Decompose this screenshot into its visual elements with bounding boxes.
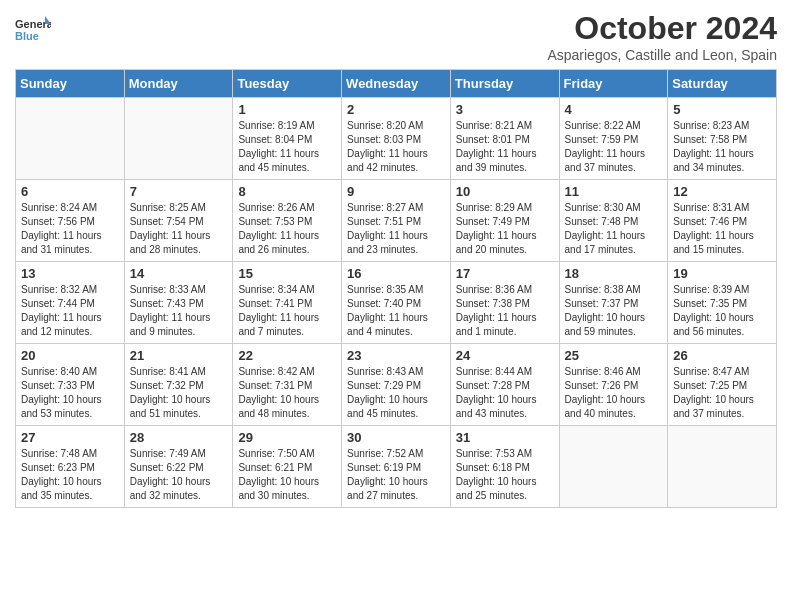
day-info: Sunrise: 8:30 AMSunset: 7:48 PMDaylight:…: [565, 201, 663, 257]
calendar-cell: 28Sunrise: 7:49 AMSunset: 6:22 PMDayligh…: [124, 426, 233, 508]
day-info: Sunrise: 7:53 AMSunset: 6:18 PMDaylight:…: [456, 447, 554, 503]
day-number: 1: [238, 102, 336, 117]
calendar-cell: 17Sunrise: 8:36 AMSunset: 7:38 PMDayligh…: [450, 262, 559, 344]
week-row-5: 27Sunrise: 7:48 AMSunset: 6:23 PMDayligh…: [16, 426, 777, 508]
calendar-cell: 9Sunrise: 8:27 AMSunset: 7:51 PMDaylight…: [342, 180, 451, 262]
day-info: Sunrise: 8:44 AMSunset: 7:28 PMDaylight:…: [456, 365, 554, 421]
day-info: Sunrise: 7:48 AMSunset: 6:23 PMDaylight:…: [21, 447, 119, 503]
day-number: 3: [456, 102, 554, 117]
day-info: Sunrise: 8:26 AMSunset: 7:53 PMDaylight:…: [238, 201, 336, 257]
day-number: 22: [238, 348, 336, 363]
day-number: 21: [130, 348, 228, 363]
day-number: 19: [673, 266, 771, 281]
weekday-header-wednesday: Wednesday: [342, 70, 451, 98]
day-number: 2: [347, 102, 445, 117]
day-number: 9: [347, 184, 445, 199]
calendar-cell: 26Sunrise: 8:47 AMSunset: 7:25 PMDayligh…: [668, 344, 777, 426]
calendar-cell: [668, 426, 777, 508]
day-number: 5: [673, 102, 771, 117]
calendar-cell: 2Sunrise: 8:20 AMSunset: 8:03 PMDaylight…: [342, 98, 451, 180]
title-block: October 2024 Aspariegos, Castille and Le…: [547, 10, 777, 63]
day-number: 24: [456, 348, 554, 363]
weekday-header-saturday: Saturday: [668, 70, 777, 98]
day-info: Sunrise: 8:43 AMSunset: 7:29 PMDaylight:…: [347, 365, 445, 421]
day-info: Sunrise: 8:36 AMSunset: 7:38 PMDaylight:…: [456, 283, 554, 339]
subtitle: Aspariegos, Castille and Leon, Spain: [547, 47, 777, 63]
day-number: 14: [130, 266, 228, 281]
logo: General Blue: [15, 14, 51, 50]
calendar-cell: 13Sunrise: 8:32 AMSunset: 7:44 PMDayligh…: [16, 262, 125, 344]
day-info: Sunrise: 8:31 AMSunset: 7:46 PMDaylight:…: [673, 201, 771, 257]
day-number: 18: [565, 266, 663, 281]
day-number: 25: [565, 348, 663, 363]
week-row-4: 20Sunrise: 8:40 AMSunset: 7:33 PMDayligh…: [16, 344, 777, 426]
day-number: 28: [130, 430, 228, 445]
day-info: Sunrise: 8:42 AMSunset: 7:31 PMDaylight:…: [238, 365, 336, 421]
calendar-cell: 8Sunrise: 8:26 AMSunset: 7:53 PMDaylight…: [233, 180, 342, 262]
day-info: Sunrise: 8:21 AMSunset: 8:01 PMDaylight:…: [456, 119, 554, 175]
calendar-table: SundayMondayTuesdayWednesdayThursdayFrid…: [15, 69, 777, 508]
day-number: 26: [673, 348, 771, 363]
day-info: Sunrise: 7:52 AMSunset: 6:19 PMDaylight:…: [347, 447, 445, 503]
day-info: Sunrise: 8:46 AMSunset: 7:26 PMDaylight:…: [565, 365, 663, 421]
weekday-header-monday: Monday: [124, 70, 233, 98]
day-info: Sunrise: 8:41 AMSunset: 7:32 PMDaylight:…: [130, 365, 228, 421]
calendar-cell: 24Sunrise: 8:44 AMSunset: 7:28 PMDayligh…: [450, 344, 559, 426]
day-number: 17: [456, 266, 554, 281]
calendar-cell: 22Sunrise: 8:42 AMSunset: 7:31 PMDayligh…: [233, 344, 342, 426]
day-info: Sunrise: 8:19 AMSunset: 8:04 PMDaylight:…: [238, 119, 336, 175]
calendar-cell: 27Sunrise: 7:48 AMSunset: 6:23 PMDayligh…: [16, 426, 125, 508]
calendar-cell: 16Sunrise: 8:35 AMSunset: 7:40 PMDayligh…: [342, 262, 451, 344]
calendar-cell: 4Sunrise: 8:22 AMSunset: 7:59 PMDaylight…: [559, 98, 668, 180]
day-number: 13: [21, 266, 119, 281]
calendar-cell: 18Sunrise: 8:38 AMSunset: 7:37 PMDayligh…: [559, 262, 668, 344]
day-info: Sunrise: 7:49 AMSunset: 6:22 PMDaylight:…: [130, 447, 228, 503]
weekday-header-thursday: Thursday: [450, 70, 559, 98]
page: General Blue October 2024 Aspariegos, Ca…: [0, 0, 792, 523]
day-info: Sunrise: 8:33 AMSunset: 7:43 PMDaylight:…: [130, 283, 228, 339]
day-number: 23: [347, 348, 445, 363]
calendar-cell: 11Sunrise: 8:30 AMSunset: 7:48 PMDayligh…: [559, 180, 668, 262]
week-row-3: 13Sunrise: 8:32 AMSunset: 7:44 PMDayligh…: [16, 262, 777, 344]
day-info: Sunrise: 7:50 AMSunset: 6:21 PMDaylight:…: [238, 447, 336, 503]
day-info: Sunrise: 8:32 AMSunset: 7:44 PMDaylight:…: [21, 283, 119, 339]
calendar-cell: 31Sunrise: 7:53 AMSunset: 6:18 PMDayligh…: [450, 426, 559, 508]
day-info: Sunrise: 8:23 AMSunset: 7:58 PMDaylight:…: [673, 119, 771, 175]
day-number: 29: [238, 430, 336, 445]
day-number: 8: [238, 184, 336, 199]
calendar-cell: 3Sunrise: 8:21 AMSunset: 8:01 PMDaylight…: [450, 98, 559, 180]
calendar-cell: 10Sunrise: 8:29 AMSunset: 7:49 PMDayligh…: [450, 180, 559, 262]
day-number: 30: [347, 430, 445, 445]
week-row-1: 1Sunrise: 8:19 AMSunset: 8:04 PMDaylight…: [16, 98, 777, 180]
day-info: Sunrise: 8:24 AMSunset: 7:56 PMDaylight:…: [21, 201, 119, 257]
weekday-header-row: SundayMondayTuesdayWednesdayThursdayFrid…: [16, 70, 777, 98]
day-number: 20: [21, 348, 119, 363]
day-number: 7: [130, 184, 228, 199]
weekday-header-sunday: Sunday: [16, 70, 125, 98]
day-number: 6: [21, 184, 119, 199]
day-info: Sunrise: 8:29 AMSunset: 7:49 PMDaylight:…: [456, 201, 554, 257]
calendar-cell: [16, 98, 125, 180]
day-info: Sunrise: 8:34 AMSunset: 7:41 PMDaylight:…: [238, 283, 336, 339]
calendar-cell: 12Sunrise: 8:31 AMSunset: 7:46 PMDayligh…: [668, 180, 777, 262]
day-number: 4: [565, 102, 663, 117]
day-info: Sunrise: 8:47 AMSunset: 7:25 PMDaylight:…: [673, 365, 771, 421]
day-number: 31: [456, 430, 554, 445]
calendar-cell: 23Sunrise: 8:43 AMSunset: 7:29 PMDayligh…: [342, 344, 451, 426]
week-row-2: 6Sunrise: 8:24 AMSunset: 7:56 PMDaylight…: [16, 180, 777, 262]
header: General Blue October 2024 Aspariegos, Ca…: [15, 10, 777, 63]
day-info: Sunrise: 8:20 AMSunset: 8:03 PMDaylight:…: [347, 119, 445, 175]
weekday-header-friday: Friday: [559, 70, 668, 98]
logo-svg: General Blue: [15, 14, 51, 50]
calendar-cell: 21Sunrise: 8:41 AMSunset: 7:32 PMDayligh…: [124, 344, 233, 426]
day-info: Sunrise: 8:27 AMSunset: 7:51 PMDaylight:…: [347, 201, 445, 257]
day-number: 15: [238, 266, 336, 281]
day-info: Sunrise: 8:35 AMSunset: 7:40 PMDaylight:…: [347, 283, 445, 339]
svg-text:Blue: Blue: [15, 30, 39, 42]
calendar-cell: 5Sunrise: 8:23 AMSunset: 7:58 PMDaylight…: [668, 98, 777, 180]
calendar-cell: 19Sunrise: 8:39 AMSunset: 7:35 PMDayligh…: [668, 262, 777, 344]
calendar-cell: 7Sunrise: 8:25 AMSunset: 7:54 PMDaylight…: [124, 180, 233, 262]
calendar-cell: 20Sunrise: 8:40 AMSunset: 7:33 PMDayligh…: [16, 344, 125, 426]
day-number: 16: [347, 266, 445, 281]
calendar-cell: 15Sunrise: 8:34 AMSunset: 7:41 PMDayligh…: [233, 262, 342, 344]
